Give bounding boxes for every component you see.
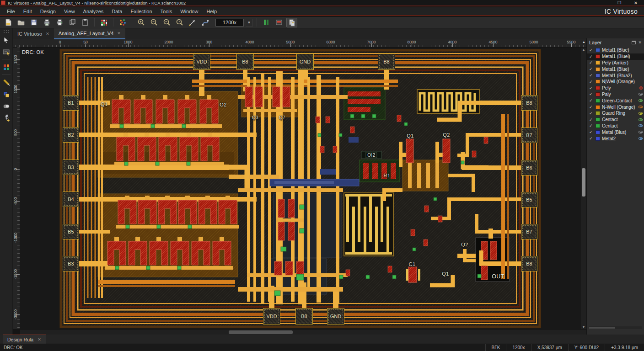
- layer-checkbox[interactable]: ✓: [589, 67, 594, 71]
- layer-row-metal1-blue-3[interactable]: ✓Metal1 (Blue): [587, 66, 644, 72]
- pad-vdd-top-0[interactable]: VDD: [193, 53, 210, 70]
- menu-item-view[interactable]: View: [60, 9, 79, 14]
- layer-valid-icon[interactable]: [639, 86, 643, 90]
- dock-icon[interactable]: [632, 41, 636, 44]
- horizontal-scroll-thumb[interactable]: [229, 330, 293, 334]
- layer-swatch[interactable]: [596, 124, 600, 128]
- layer-swatch[interactable]: [596, 80, 600, 84]
- pad-vdd-bottom-0[interactable]: VDD: [263, 308, 280, 324]
- new-file-button[interactable]: [3, 18, 14, 27]
- layer-row-pely-6[interactable]: ✓Pely: [587, 85, 644, 91]
- close-button[interactable]: ✕: [628, 0, 644, 6]
- pad-b8-right-0[interactable]: B8: [521, 95, 537, 111]
- pad-b2-left-1[interactable]: B2: [63, 127, 79, 143]
- save-button[interactable]: [28, 18, 39, 27]
- layer-checkbox[interactable]: ✓: [589, 80, 594, 84]
- layer-row-centact-11[interactable]: ✓Centact: [587, 117, 644, 123]
- open-button[interactable]: [16, 18, 27, 27]
- layer-swatch[interactable]: [596, 117, 600, 122]
- array-mosaic-button[interactable]: [98, 18, 109, 27]
- measure-tool-button[interactable]: [1, 77, 12, 88]
- pad-b8-top-1[interactable]: B8: [236, 53, 254, 70]
- scroll-down-icon[interactable]: ▼: [581, 325, 586, 329]
- pad-b8-bottom-1[interactable]: B8: [295, 308, 313, 324]
- layers-tool-button[interactable]: [1, 89, 12, 100]
- layer-visibility-eye-icon[interactable]: [639, 106, 643, 108]
- layer-row-centact-12[interactable]: ✓Centact: [587, 123, 644, 129]
- canvas-horizontal-scrollbar[interactable]: [20, 329, 586, 335]
- layer-checkbox[interactable]: ✓: [589, 98, 594, 103]
- layer-swatch[interactable]: [596, 86, 600, 90]
- pad-b5-right-3[interactable]: B5: [521, 192, 537, 207]
- tab-close-icon[interactable]: ✕: [117, 31, 121, 36]
- layer-array-tool-button[interactable]: [1, 62, 12, 73]
- layer-row-paly-7[interactable]: ✓Paly: [587, 91, 644, 98]
- layer-visibility-eye-icon[interactable]: [639, 112, 643, 115]
- canvas-vertical-scrollbar[interactable]: ▲ ▼: [581, 48, 586, 329]
- pad-gnd-top-2[interactable]: GND: [296, 53, 314, 70]
- layer-checkbox[interactable]: ✓: [589, 48, 594, 53]
- layer-checkbox[interactable]: ✓: [589, 86, 594, 90]
- menu-item-data[interactable]: Data: [107, 9, 126, 14]
- eraser-tool-button[interactable]: [1, 101, 12, 112]
- picker-button[interactable]: [187, 18, 198, 27]
- pad-b6-right-2[interactable]: B6: [521, 160, 537, 176]
- print-button[interactable]: [54, 18, 65, 27]
- pad-b8-top-3[interactable]: B8: [378, 53, 395, 70]
- pad-b8-right-5[interactable]: B8: [521, 256, 537, 271]
- layer-checkbox[interactable]: ✓: [589, 136, 594, 141]
- layer-row-metal2-14[interactable]: ✓Metal2: [587, 135, 644, 142]
- layer-visibility-eye-icon[interactable]: [639, 124, 643, 127]
- cursor-tool-button[interactable]: [1, 35, 12, 46]
- maximize-button[interactable]: ❒: [611, 0, 628, 6]
- zoom-out-button[interactable]: [149, 18, 160, 27]
- menu-item-exilection[interactable]: Exilection: [127, 9, 156, 14]
- layer-row-n-well-orange-5[interactable]: ✓N|Well (Orange): [587, 79, 644, 85]
- menu-item-file[interactable]: File: [3, 9, 19, 14]
- menu-item-tools[interactable]: Tools: [156, 9, 177, 14]
- zoom-level-dropdown[interactable]: ▼: [246, 19, 253, 27]
- layer-row-green-contact-8[interactable]: ✓Green-Contact: [587, 97, 644, 104]
- scroll-up-icon[interactable]: ▲: [581, 48, 586, 51]
- layer-checkbox[interactable]: ✓: [589, 117, 594, 122]
- tab-design-rule[interactable]: Design Rula ✕: [3, 335, 46, 344]
- layer-row-pely-amker-2[interactable]: ✓Pely (Amker): [587, 60, 644, 66]
- panel-scrollbar[interactable]: [589, 326, 642, 329]
- layer-swatch[interactable]: [596, 111, 600, 115]
- wrench-tool-button[interactable]: [1, 112, 12, 123]
- panel-scroll-thumb[interactable]: [589, 327, 615, 329]
- panel-close-icon[interactable]: ✕: [638, 40, 642, 45]
- pad-b3-left-5[interactable]: B3: [63, 256, 79, 271]
- hierarchy-button[interactable]: [286, 18, 297, 27]
- drc-table-button[interactable]: [274, 18, 284, 27]
- layer-swatch[interactable]: [596, 137, 600, 141]
- menu-item-help[interactable]: Help: [202, 9, 221, 14]
- layer-checkbox[interactable]: ✓: [589, 54, 594, 59]
- layer-row-metal1-btua2-4[interactable]: ✓Metal1 (Btua2): [587, 72, 644, 79]
- menu-item-analyzes[interactable]: Analyzes: [79, 9, 108, 14]
- zoom-previous-button[interactable]: [174, 18, 185, 27]
- layer-swatch[interactable]: [596, 48, 600, 52]
- select-display-tool-button[interactable]: [1, 47, 12, 58]
- pad-b7-right-4[interactable]: B7: [521, 224, 537, 239]
- layer-checkbox[interactable]: ✓: [589, 111, 594, 116]
- layer-swatch[interactable]: [596, 99, 600, 103]
- layer-row-metal1-bluel-1[interactable]: ✓Metal1 (Bluel): [587, 53, 644, 60]
- zoom-level-input[interactable]: 1200x: [215, 19, 244, 27]
- layer-swatch[interactable]: [596, 54, 600, 58]
- pad-b7-right-1[interactable]: B7: [521, 128, 537, 143]
- layer-swatch[interactable]: [596, 61, 600, 65]
- tab-close-icon[interactable]: ✕: [38, 337, 41, 342]
- layer-visibility-eye-icon[interactable]: [639, 99, 643, 102]
- pad-gnd-bottom-2[interactable]: GND: [327, 308, 344, 324]
- menu-item-window[interactable]: Window: [176, 9, 202, 14]
- colormap-button[interactable]: [117, 18, 128, 27]
- layer-checkbox[interactable]: ✓: [589, 73, 594, 78]
- layer-checkbox[interactable]: ✓: [589, 130, 594, 134]
- tab-close-icon[interactable]: ✕: [46, 32, 49, 36]
- pad-b5-left-4[interactable]: B5: [63, 224, 79, 239]
- layer-row-guard-ring-10[interactable]: ✓Guard Ring: [587, 110, 644, 117]
- layer-visibility-eye-icon[interactable]: [639, 137, 643, 140]
- paste-button[interactable]: [80, 18, 91, 27]
- layer-checkbox[interactable]: ✓: [589, 105, 594, 109]
